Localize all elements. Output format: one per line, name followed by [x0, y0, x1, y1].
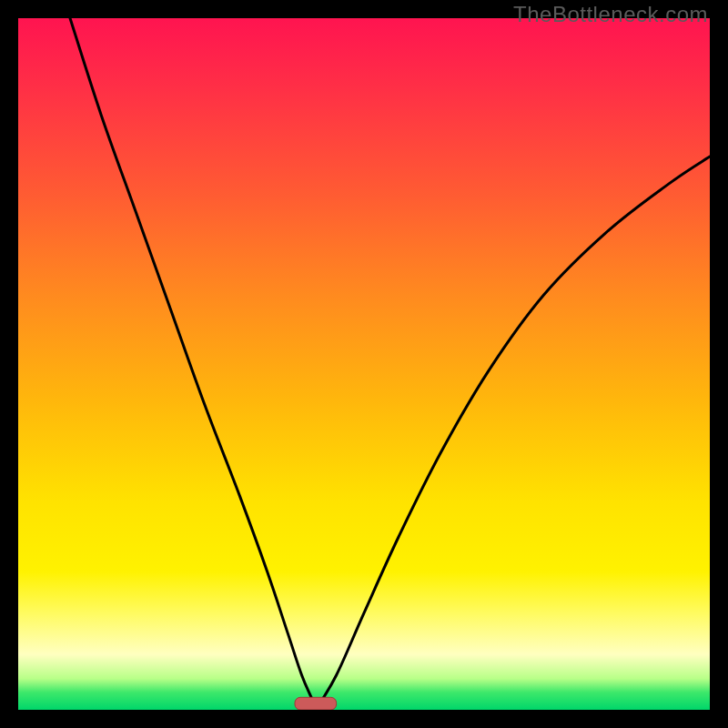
chart-frame [18, 18, 710, 710]
gradient-background [18, 18, 710, 710]
optimum-marker [295, 697, 337, 710]
watermark-text: TheBottleneck.com [513, 2, 708, 27]
bottleneck-chart [18, 18, 710, 710]
